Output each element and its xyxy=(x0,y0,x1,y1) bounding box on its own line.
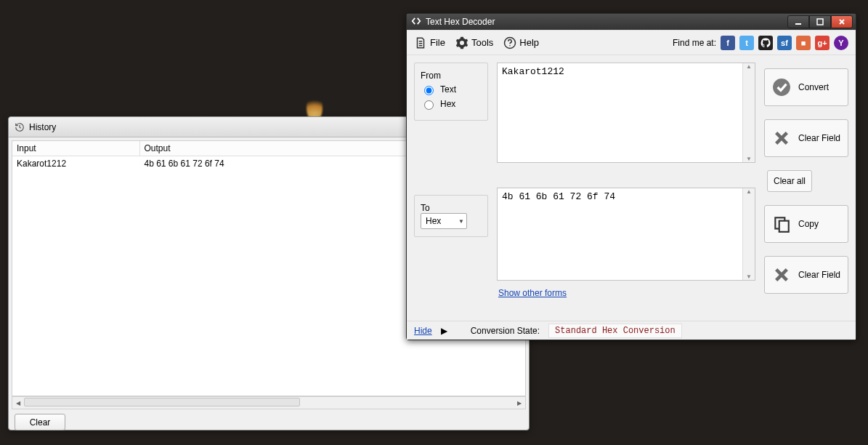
bottom-bar: Hide ▶ Conversion State: Standard Hex Co… xyxy=(407,321,856,340)
radio-text-label: Text xyxy=(440,84,456,95)
check-circle-icon xyxy=(772,78,791,97)
scroll-left-icon[interactable]: ◀ xyxy=(12,397,24,409)
conversion-state-value: Standard Hex Conversion xyxy=(548,324,682,338)
blogger-icon[interactable]: ■ xyxy=(796,36,811,50)
to-label: To xyxy=(421,203,430,213)
to-format-select[interactable]: Hex ▼ xyxy=(421,213,467,229)
minimize-button[interactable] xyxy=(787,15,809,28)
from-v-scrollbar[interactable]: ▲▼ xyxy=(742,63,755,162)
facebook-icon[interactable]: f xyxy=(721,36,735,50)
scroll-thumb[interactable] xyxy=(24,398,300,406)
clear-field-label: Clear Field xyxy=(798,133,840,143)
from-textarea[interactable]: Kakarot1212 ▲▼ xyxy=(497,63,755,163)
chevron-down-icon: ▼ xyxy=(458,218,464,225)
menu-tools-label: Tools xyxy=(471,37,493,48)
to-textarea-content: 4b 61 6b 61 72 6f 74 xyxy=(498,188,742,280)
svg-rect-1 xyxy=(817,19,823,25)
close-button[interactable] xyxy=(831,15,853,28)
help-icon xyxy=(503,36,516,49)
twitter-icon[interactable]: t xyxy=(739,36,754,50)
to-textarea[interactable]: 4b 61 6b 61 72 6f 74 ▲▼ xyxy=(497,188,755,281)
scroll-down-icon[interactable]: ▼ xyxy=(743,273,755,280)
clear-field-from-button[interactable]: Clear Field xyxy=(764,119,848,157)
history-h-scrollbar[interactable]: ◀ ▶ xyxy=(12,396,526,409)
copy-icon xyxy=(772,215,791,233)
menu-bar: File Tools Help Find me at: f t sf ■ g+ … xyxy=(407,31,856,55)
svg-point-9 xyxy=(773,79,790,96)
from-label: From xyxy=(421,71,441,81)
history-icon xyxy=(15,122,25,132)
conversion-state-label: Conversion State: xyxy=(471,326,540,336)
history-clear-button[interactable]: Clear xyxy=(15,414,65,430)
decoder-titlebar[interactable]: Text Hex Decoder xyxy=(407,14,856,30)
menu-file[interactable]: File xyxy=(414,36,445,49)
menu-tools[interactable]: Tools xyxy=(455,36,493,49)
clear-field-label: Clear Field xyxy=(798,270,840,280)
to-v-scrollbar[interactable]: ▲▼ xyxy=(742,188,755,280)
scroll-track[interactable] xyxy=(24,397,514,409)
googleplus-icon[interactable]: g+ xyxy=(815,36,830,50)
scroll-right-icon[interactable]: ▶ xyxy=(514,397,525,409)
radio-hex-label: Hex xyxy=(440,99,455,109)
radio-text-input[interactable] xyxy=(424,86,434,95)
convert-button[interactable]: Convert xyxy=(764,68,848,106)
file-icon xyxy=(414,36,427,49)
show-other-forms-link[interactable]: Show other forms xyxy=(498,288,755,298)
maximize-button[interactable] xyxy=(809,15,831,28)
x-icon xyxy=(772,129,791,148)
decoder-window: Text Hex Decoder File Tools Help Find me… xyxy=(406,13,856,340)
clear-all-button[interactable]: Clear all xyxy=(767,170,812,192)
yahoo-icon[interactable]: Y xyxy=(834,36,848,50)
convert-label: Convert xyxy=(798,82,829,92)
copy-label: Copy xyxy=(798,219,819,229)
radio-text[interactable]: Text xyxy=(421,84,482,95)
scroll-up-icon[interactable]: ▲ xyxy=(743,63,755,70)
from-group: From Text Hex xyxy=(414,63,488,121)
menu-help-label: Help xyxy=(519,37,539,48)
menu-file-label: File xyxy=(430,37,445,48)
decoder-title-text: Text Hex Decoder xyxy=(426,17,495,27)
sourceforge-icon[interactable]: sf xyxy=(777,36,792,50)
clear-field-to-button[interactable]: Clear Field xyxy=(764,256,848,294)
gear-icon xyxy=(455,36,469,49)
from-textarea-content[interactable]: Kakarot1212 xyxy=(498,63,742,162)
menu-help[interactable]: Help xyxy=(503,36,539,49)
github-icon[interactable] xyxy=(758,36,773,50)
app-icon xyxy=(411,16,421,28)
radio-hex[interactable]: Hex xyxy=(421,98,482,110)
svg-rect-13 xyxy=(779,221,789,232)
to-select-value: Hex xyxy=(426,216,441,226)
svg-point-8 xyxy=(510,45,511,47)
hide-link[interactable]: Hide xyxy=(414,326,432,336)
history-title-text: History xyxy=(29,122,56,132)
x-icon xyxy=(772,265,791,284)
copy-button[interactable]: Copy xyxy=(764,205,848,243)
scroll-up-icon[interactable]: ▲ xyxy=(743,188,755,195)
history-col-input[interactable]: Input xyxy=(12,141,139,156)
find-me-label: Find me at: xyxy=(673,38,716,48)
to-group: To Hex ▼ xyxy=(414,195,488,237)
expand-icon[interactable]: ▶ xyxy=(441,326,447,336)
svg-rect-0 xyxy=(795,23,801,25)
radio-hex-input[interactable] xyxy=(424,100,434,110)
scroll-down-icon[interactable]: ▼ xyxy=(743,156,755,162)
history-cell-input: Kakarot1212 xyxy=(12,156,139,172)
